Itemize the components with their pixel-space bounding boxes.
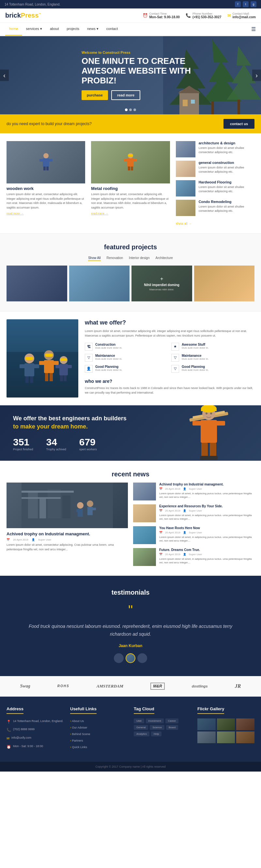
flickr-1[interactable] — [197, 718, 216, 730]
whoweare-section: who we are? ConstructPress inc traces it… — [85, 379, 255, 395]
tag-8[interactable]: Help — [151, 732, 162, 736]
project-card-3[interactable]: + Nihil imperdiet doming Maecenas nibh d… — [132, 266, 192, 301]
stat-2-num: 34 — [46, 437, 66, 448]
service-card-1-desc: Lorem ipsum dolor sit amet, consectetur … — [6, 192, 85, 210]
purchase-button[interactable]: purchase — [82, 90, 108, 100]
flickr-3[interactable] — [236, 718, 255, 730]
tag-5[interactable]: Science — [150, 725, 164, 730]
stats-section: We offer the best engineers adn builders… — [0, 405, 261, 461]
flickr-4[interactable] — [197, 732, 216, 743]
news-list-title-3[interactable]: You Have Roots Here Now — [159, 526, 255, 530]
email-val: info@mail.com — [233, 15, 256, 19]
svg-rect-33 — [45, 353, 53, 357]
nav-home[interactable]: home — [5, 23, 22, 35]
logo[interactable]: brickPress™ — [5, 12, 41, 19]
filter-architecture[interactable]: Architecture — [155, 255, 173, 261]
service-list-img-3 — [176, 180, 196, 196]
hero-dot-1[interactable] — [125, 108, 127, 111]
hero-prev[interactable]: ‹ — [0, 70, 9, 81]
news-main-image-svg — [6, 483, 128, 528]
tag-4[interactable]: General — [134, 725, 148, 730]
news-main-image — [6, 483, 128, 528]
tag-3[interactable]: Career — [166, 718, 178, 723]
svg-rect-15 — [44, 166, 46, 170]
news-list-title-2[interactable]: Experience and Resources By Your Side. — [159, 504, 255, 508]
hero-next[interactable]: › — [252, 70, 261, 81]
news-list-title-1[interactable]: Achived trophy on Industrial managment. — [159, 483, 255, 486]
nav-news[interactable]: news ▾ — [83, 23, 103, 35]
tag-2[interactable]: Investment — [146, 718, 164, 723]
offer-item-6-title: Good Planning — [182, 365, 209, 369]
show-all-link[interactable]: show all → — [176, 222, 255, 225]
filter-renovation[interactable]: Renovation — [107, 255, 123, 261]
footer-link-4[interactable]: Partners — [70, 739, 83, 742]
tag-7[interactable]: Analytics — [134, 732, 149, 736]
footer-link-3[interactable]: Behind Scene — [70, 733, 90, 736]
googleplus-icon[interactable]: g — [251, 1, 256, 7]
news-main-excerpt: Lorem ipsum dolor sit amet, consectetur … — [6, 543, 128, 552]
cal-icon-1: 📅 — [159, 488, 163, 490]
footer-flickr-title: Flickr Gallery — [197, 706, 224, 714]
flickr-5[interactable] — [217, 732, 235, 743]
hamburger-icon[interactable]: ☰ — [251, 26, 256, 32]
offer-item-5-title: Good Planning — [95, 365, 122, 369]
filter-interior[interactable]: Interior design — [129, 255, 149, 261]
service-card-1-title: wooden work — [6, 186, 85, 191]
nav-projects[interactable]: projects — [63, 23, 83, 35]
svg-rect-69 — [76, 509, 80, 512]
twitter-icon[interactable]: t — [243, 1, 249, 7]
nav-services[interactable]: services ▾ — [22, 23, 46, 35]
news-list-title-4[interactable]: Future. Dreams Com True. — [159, 548, 255, 552]
tag-1[interactable]: Uikit — [134, 718, 144, 723]
t-dot-2[interactable] — [125, 653, 136, 663]
readmore-button[interactable]: read more — [111, 90, 140, 100]
t-dot-1[interactable] — [114, 653, 124, 663]
footer-links-title: Usefull Links — [70, 706, 96, 714]
flickr-2[interactable] — [217, 718, 235, 730]
svg-point-11 — [44, 153, 49, 158]
footer-link-2[interactable]: Our Adviser — [70, 726, 87, 729]
stat-3-label: xpert workers — [79, 448, 97, 451]
service-card-2-link[interactable]: read more → — [91, 212, 108, 215]
testimonial-author: Jaan Kurban — [20, 644, 241, 648]
tag-6[interactable]: Board — [166, 725, 178, 730]
svg-rect-38 — [50, 373, 53, 381]
footer-tags-title: Tag Cloud — [134, 706, 154, 714]
service-card-1-link[interactable]: read more → — [6, 212, 24, 215]
flickr-6[interactable] — [236, 732, 255, 743]
facebook-icon[interactable]: f — [235, 1, 241, 7]
filter-all[interactable]: Show All — [88, 255, 100, 261]
service-list-desc-4: Lorem ipsum dolor sit amet shuilee conse… — [199, 205, 255, 213]
contact-time-val: Mon-Sat: 9.00-18.00 — [149, 15, 180, 19]
navigation: home services ▾ about projects news ▾ co… — [0, 23, 261, 36]
offer-item-4-desc: Duis aute irure dolor in. — [182, 358, 209, 360]
partner-6: JR — [235, 683, 241, 689]
t-dot-3[interactable] — [137, 653, 147, 663]
testimonial-quote: Food truck quinoa nesciunt laborum eiusm… — [20, 623, 241, 638]
project-card-2[interactable] — [69, 266, 130, 301]
service-list-item-4: Condo Remodeling Lorem ipsum dolor sit a… — [176, 200, 255, 216]
news-list-item-2: Experience and Resources By Your Side. 📅… — [133, 504, 255, 522]
worker-icon-2 — [121, 153, 140, 172]
footer-link-1[interactable]: About Us — [70, 719, 84, 723]
maintenance-icon-1: ▽ — [85, 354, 93, 362]
user-icon-2: 👤 — [183, 509, 186, 512]
nav-about[interactable]: about — [46, 23, 63, 35]
project-card-4[interactable] — [194, 266, 255, 301]
svg-rect-37 — [45, 373, 48, 381]
hero-dot-3[interactable] — [134, 108, 136, 111]
footer-link-5[interactable]: Quick Links — [70, 745, 87, 749]
featured-section: featured projects Show All Renovation In… — [0, 234, 261, 311]
contact-time: ⏰ Contact Time: Mon-Sat: 9.00-18.00 — [143, 12, 180, 19]
svg-rect-14 — [49, 159, 53, 162]
logo-text: brickPress™ — [5, 12, 41, 19]
svg-rect-66 — [22, 497, 61, 499]
hero-title: ONE MINUTE TO CREATE AWESOME WEBSITE WIT… — [82, 56, 199, 86]
testimonials-section: testimonials " Food truck quinoa nesciun… — [0, 576, 261, 676]
news-main-title[interactable]: Achived trophy on Industrial managment. — [6, 531, 128, 536]
hero-dot-2[interactable] — [129, 108, 132, 111]
project-card-1[interactable] — [6, 266, 67, 301]
stat-1-label: Project finished — [13, 448, 33, 451]
contact-us-button[interactable]: contact us — [224, 119, 255, 129]
nav-contact[interactable]: contact — [103, 23, 122, 35]
